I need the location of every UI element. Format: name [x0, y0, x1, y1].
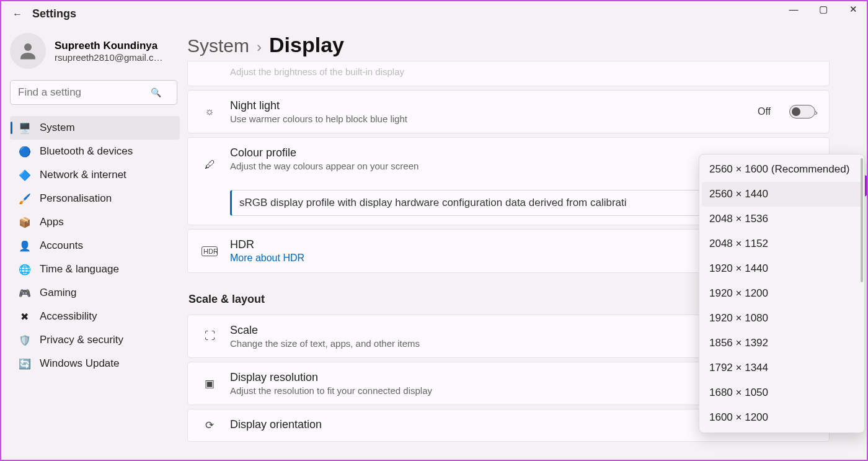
search-icon: 🔍: [151, 87, 161, 97]
crumb-parent[interactable]: System: [187, 35, 249, 56]
minimize-button[interactable]: —: [786, 4, 801, 15]
resolution-option[interactable]: 2560 × 1600 (Recommended): [699, 157, 864, 182]
sidebar-item-windows-update[interactable]: 🔄Windows Update: [10, 352, 180, 375]
sidebar-item-gaming[interactable]: 🎮Gaming: [10, 281, 180, 305]
back-button[interactable]: ←: [12, 9, 22, 20]
maximize-button[interactable]: ▢: [816, 4, 831, 15]
sidebar: Supreeth Koundinya rsupreeth2810@gmail.c…: [1, 25, 187, 457]
app-title: Settings: [32, 7, 76, 20]
nav-label: System: [40, 122, 75, 134]
account-email: rsupreeth2810@gmail.c…: [55, 52, 162, 63]
night-light-sub: Use warmer colours to help block blue li…: [230, 114, 745, 124]
nav-label: Accounts: [40, 239, 83, 252]
nav-label: Privacy & security: [40, 334, 123, 346]
sidebar-item-time-language[interactable]: 🌐Time & language: [10, 257, 180, 281]
nav-icon: 🌐: [19, 264, 30, 275]
scrollbar[interactable]: [861, 158, 863, 282]
nav-icon: 🖥️: [19, 122, 30, 134]
resolution-option[interactable]: 1920 × 1080: [699, 306, 864, 331]
close-button[interactable]: ✕: [846, 4, 861, 15]
nav-label: Personalisation: [40, 192, 112, 205]
resolution-option[interactable]: 1792 × 1344: [699, 356, 864, 380]
nav-icon: 🔄: [19, 358, 30, 370]
sidebar-item-system[interactable]: 🖥️System: [10, 116, 180, 140]
nav-icon: 🔵: [19, 146, 30, 158]
night-light-toggle[interactable]: [789, 105, 815, 119]
brightness-sub: Adjust the brightness of the built-in di…: [230, 66, 815, 77]
nav-label: Accessibility: [40, 310, 97, 323]
sidebar-item-network-internet[interactable]: 🔷Network & internet: [10, 163, 180, 187]
nav-icon: 🔷: [19, 169, 30, 181]
sidebar-item-accessibility[interactable]: ✖Accessibility: [10, 305, 180, 328]
sidebar-item-personalisation[interactable]: 🖌️Personalisation: [10, 187, 180, 210]
resolution-option[interactable]: 2048 × 1152: [699, 231, 864, 256]
night-light-icon: ☼: [202, 105, 218, 118]
nav-label: Network & internet: [40, 169, 126, 181]
nav-label: Apps: [40, 216, 64, 228]
hdr-icon: HDR: [202, 246, 218, 256]
page-title: Display: [269, 33, 344, 57]
svg-point-0: [24, 43, 32, 51]
nav-label: Gaming: [40, 287, 77, 299]
sidebar-item-accounts[interactable]: 👤Accounts: [10, 234, 180, 257]
resolution-option[interactable]: 2560 × 1440: [702, 182, 862, 207]
nav-label: Time & language: [40, 263, 119, 275]
pen-icon: 🖊: [202, 159, 218, 171]
nav-icon: 🎮: [19, 287, 30, 299]
chevron-right-icon: ›: [257, 38, 262, 56]
resolution-option[interactable]: 2048 × 1536: [699, 207, 864, 231]
resolution-icon: ▣: [202, 377, 218, 390]
avatar: [10, 33, 46, 69]
breadcrumb: System › Display: [187, 33, 830, 57]
nav-icon: 🛡️: [19, 334, 30, 346]
orientation-icon: ⟳: [202, 419, 218, 432]
resolution-option[interactable]: 1920 × 1440: [699, 256, 864, 281]
chevron-right-icon: ›: [815, 107, 818, 117]
scale-icon: ⛶: [202, 330, 218, 342]
nav-label: Bluetooth & devices: [40, 145, 133, 158]
account-block[interactable]: Supreeth Koundinya rsupreeth2810@gmail.c…: [10, 33, 180, 69]
resolution-option[interactable]: 1856 × 1392: [699, 331, 864, 356]
resolution-option[interactable]: 1920 × 1200: [699, 281, 864, 306]
night-light-title: Night light: [230, 99, 745, 112]
sidebar-item-bluetooth-devices[interactable]: 🔵Bluetooth & devices: [10, 140, 180, 163]
card-brightness[interactable]: Adjust the brightness of the built-in di…: [187, 61, 830, 86]
window-controls: — ▢ ✕: [786, 4, 861, 15]
night-light-state: Off: [758, 106, 771, 117]
sidebar-item-privacy-security[interactable]: 🛡️Privacy & security: [10, 328, 180, 352]
resolution-dropdown[interactable]: 2560 × 1600 (Recommended)2560 × 14402048…: [699, 154, 865, 433]
nav-label: Windows Update: [40, 357, 120, 370]
account-name: Supreeth Koundinya: [55, 40, 162, 52]
nav-icon: 👤: [19, 240, 30, 252]
nav-icon: 🖌️: [19, 193, 30, 205]
resolution-option[interactable]: 1680 × 1050: [699, 380, 864, 405]
sidebar-item-apps[interactable]: 📦Apps: [10, 210, 180, 234]
resolution-option[interactable]: 1600 × 1200: [699, 405, 864, 430]
nav-icon: ✖: [19, 311, 30, 323]
nav-icon: 📦: [19, 217, 30, 228]
card-night-light[interactable]: ☼ Night light Use warmer colours to help…: [187, 90, 830, 133]
